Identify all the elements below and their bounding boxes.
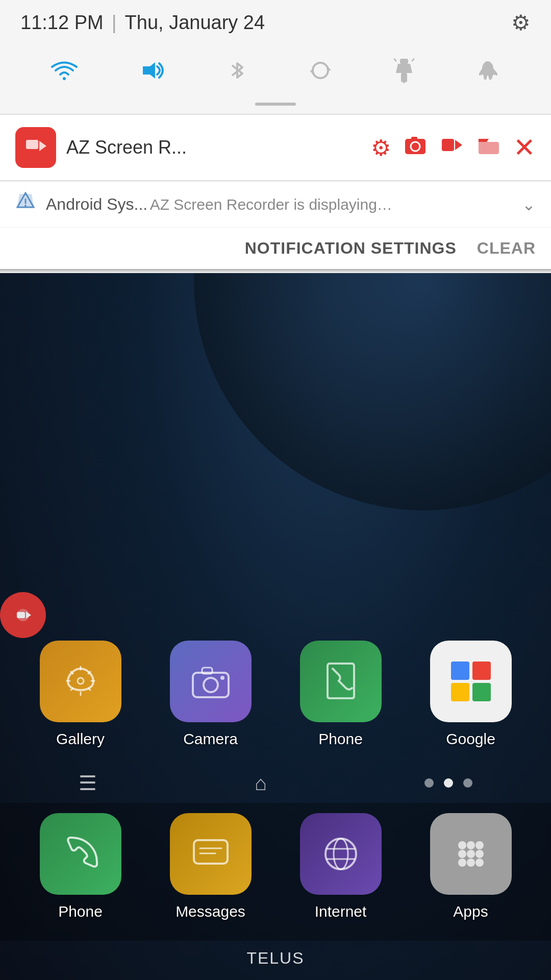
svg-marker-2 [26,611,31,619]
messages-dock-icon [170,813,252,895]
settings-gear-icon[interactable]: ⚙ [511,10,531,35]
svg-point-52 [475,859,484,867]
svg-rect-13 [26,140,38,149]
dock-item-internet[interactable]: Internet [281,813,400,920]
az-record-icon[interactable] [440,134,464,161]
gallery-label: Gallery [56,730,105,748]
svg-point-3 [63,77,66,80]
gallery-icon [40,641,121,722]
google-label: Google [446,730,495,748]
page-dot-2 [444,778,453,788]
svg-point-48 [467,850,475,858]
android-sys-icon [15,192,36,217]
svg-point-23 [24,205,27,207]
az-app-icon [15,127,56,168]
app-item-gallery[interactable]: Gallery [20,641,140,748]
dock-item-phone[interactable]: Phone [20,813,140,920]
svg-line-11 [394,59,396,61]
svg-rect-37 [194,840,228,864]
svg-point-50 [458,859,466,867]
volume-quick-toggle[interactable] [139,59,166,82]
az-floating-icon[interactable] [0,592,46,638]
airplane-quick-toggle[interactable] [475,59,500,82]
camera-icon [170,641,252,722]
svg-point-44 [458,841,466,849]
android-sys-description: AZ Screen Recorder is displaying… [150,196,392,213]
time-date-divider: | [112,12,117,34]
az-settings-icon[interactable]: ⚙ [371,135,391,161]
page-dot-3 [463,778,472,788]
google-icon [430,641,512,722]
svg-point-47 [458,850,466,858]
android-sys-title: Android Sys... [46,195,147,213]
flashlight-quick-toggle[interactable] [394,58,414,83]
svg-point-45 [467,841,475,849]
time-display: 11:12 PM [20,12,104,34]
drag-handle [0,99,551,114]
svg-point-51 [467,859,475,867]
internet-dock-icon [300,813,382,895]
svg-rect-9 [401,73,407,82]
drag-handle-bar [255,103,296,106]
expand-chevron-icon[interactable]: ⌄ [522,195,536,214]
dock-phone-label: Phone [58,903,103,920]
phone-label: Phone [318,730,363,748]
svg-point-46 [475,841,484,849]
app-item-phone[interactable]: Phone [281,641,400,748]
phone-icon [300,641,382,722]
az-close-icon[interactable]: ✕ [513,132,536,163]
apps-dock-icon [430,813,512,895]
svg-line-12 [412,59,414,61]
az-app-name: AZ Screen R... [66,137,361,158]
carrier-bar: TELUS [0,941,551,980]
navigation-bar: ☰ ⌂ [0,763,551,803]
status-bar: 11:12 PM | Thu, January 24 ⚙ [0,0,551,45]
svg-rect-17 [411,137,417,140]
app-item-camera[interactable]: Camera [151,641,270,748]
notification-clear-button[interactable]: CLEAR [477,239,536,258]
svg-rect-1 [17,612,25,618]
svg-rect-18 [442,139,454,151]
svg-point-36 [220,676,224,680]
carrier-name: TELUS [246,949,304,968]
sync-quick-toggle[interactable] [308,59,333,82]
notification-panel: 11:12 PM | Thu, January 24 ⚙ [0,0,551,273]
dock-apps-label: Apps [453,903,488,920]
home-screen: Gallery Camera Phone [0,641,551,980]
bluetooth-quick-toggle[interactable] [227,59,247,82]
svg-point-24 [78,678,84,684]
page-dot-1 [424,778,434,788]
notification-settings-button[interactable]: NOTIFICATION SETTINGS [245,239,457,258]
az-notification: AZ Screen R... ⚙ [0,115,551,180]
az-screenshot-icon[interactable] [403,134,428,161]
quick-settings-bar [0,45,551,99]
svg-marker-4 [143,62,155,79]
date-display: Thu, January 24 [125,12,265,34]
app-dock: Phone Messages [0,803,551,941]
panel-shadow [0,269,551,273]
android-sys-notification[interactable]: Android Sys... AZ Screen Recorder is dis… [0,181,551,227]
menu-nav-icon[interactable]: ☰ [79,771,97,795]
dock-messages-label: Messages [176,903,245,920]
dock-item-apps[interactable]: Apps [411,813,531,920]
svg-rect-7 [400,59,408,64]
time-date: 11:12 PM | Thu, January 24 [20,12,265,34]
svg-point-34 [204,678,218,692]
app-grid: Gallery Camera Phone [0,641,551,763]
svg-point-49 [475,850,484,858]
svg-marker-8 [396,64,412,73]
android-sys-text: Android Sys... AZ Screen Recorder is dis… [46,195,512,214]
az-folder-icon[interactable] [477,134,501,161]
svg-marker-14 [39,141,46,151]
az-notification-actions: ⚙ [371,132,536,163]
camera-label: Camera [183,730,238,748]
notification-action-row: NOTIFICATION SETTINGS CLEAR [0,227,551,269]
app-item-google[interactable]: Google [411,641,531,748]
home-nav-icon[interactable]: ⌂ [255,772,267,795]
svg-point-41 [334,839,348,869]
phone-dock-icon [40,813,121,895]
svg-marker-19 [455,140,462,150]
dock-internet-label: Internet [315,903,367,920]
dock-item-messages[interactable]: Messages [151,813,270,920]
wifi-quick-toggle[interactable] [51,59,78,82]
